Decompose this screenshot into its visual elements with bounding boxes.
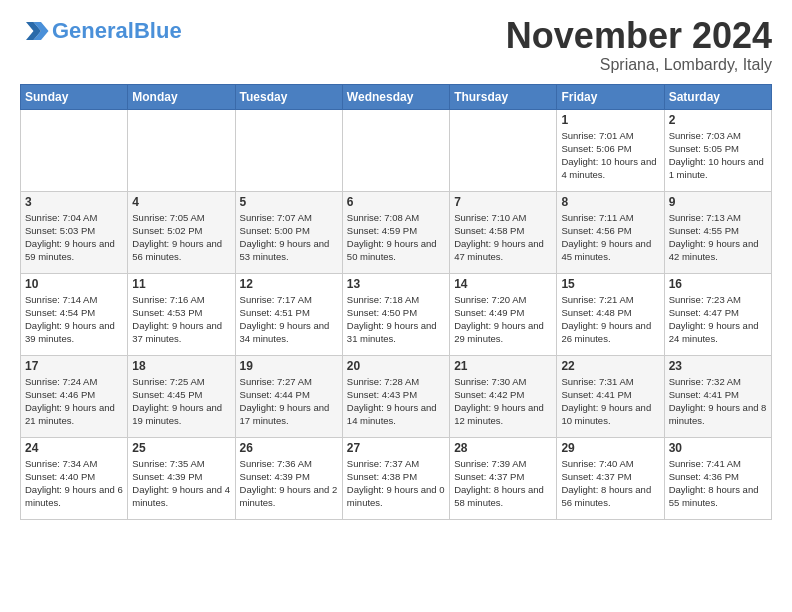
day-info: Sunrise: 7:32 AM Sunset: 4:41 PM Dayligh… bbox=[669, 375, 767, 428]
day-info: Sunrise: 7:39 AM Sunset: 4:37 PM Dayligh… bbox=[454, 457, 552, 510]
calendar-week-row: 24Sunrise: 7:34 AM Sunset: 4:40 PM Dayli… bbox=[21, 437, 772, 519]
dow-header: Sunday bbox=[21, 84, 128, 109]
day-number: 27 bbox=[347, 441, 445, 455]
day-info: Sunrise: 7:27 AM Sunset: 4:44 PM Dayligh… bbox=[240, 375, 338, 428]
day-info: Sunrise: 7:13 AM Sunset: 4:55 PM Dayligh… bbox=[669, 211, 767, 264]
calendar-cell: 15Sunrise: 7:21 AM Sunset: 4:48 PM Dayli… bbox=[557, 273, 664, 355]
calendar-cell: 26Sunrise: 7:36 AM Sunset: 4:39 PM Dayli… bbox=[235, 437, 342, 519]
dow-header: Tuesday bbox=[235, 84, 342, 109]
dow-header: Thursday bbox=[450, 84, 557, 109]
calendar-cell: 20Sunrise: 7:28 AM Sunset: 4:43 PM Dayli… bbox=[342, 355, 449, 437]
logo-text: GeneralBlue bbox=[52, 19, 182, 43]
day-number: 20 bbox=[347, 359, 445, 373]
day-number: 15 bbox=[561, 277, 659, 291]
calendar-cell: 22Sunrise: 7:31 AM Sunset: 4:41 PM Dayli… bbox=[557, 355, 664, 437]
calendar-cell bbox=[342, 109, 449, 191]
day-number: 30 bbox=[669, 441, 767, 455]
day-number: 6 bbox=[347, 195, 445, 209]
calendar-body: 1Sunrise: 7:01 AM Sunset: 5:06 PM Daylig… bbox=[21, 109, 772, 519]
calendar-cell: 24Sunrise: 7:34 AM Sunset: 4:40 PM Dayli… bbox=[21, 437, 128, 519]
calendar-cell: 19Sunrise: 7:27 AM Sunset: 4:44 PM Dayli… bbox=[235, 355, 342, 437]
calendar-cell bbox=[128, 109, 235, 191]
day-number: 3 bbox=[25, 195, 123, 209]
calendar-week-row: 3Sunrise: 7:04 AM Sunset: 5:03 PM Daylig… bbox=[21, 191, 772, 273]
day-number: 2 bbox=[669, 113, 767, 127]
day-info: Sunrise: 7:03 AM Sunset: 5:05 PM Dayligh… bbox=[669, 129, 767, 182]
dow-header: Friday bbox=[557, 84, 664, 109]
calendar-cell: 30Sunrise: 7:41 AM Sunset: 4:36 PM Dayli… bbox=[664, 437, 771, 519]
day-info: Sunrise: 7:34 AM Sunset: 4:40 PM Dayligh… bbox=[25, 457, 123, 510]
month-title: November 2024 bbox=[506, 16, 772, 56]
day-number: 24 bbox=[25, 441, 123, 455]
calendar-cell: 2Sunrise: 7:03 AM Sunset: 5:05 PM Daylig… bbox=[664, 109, 771, 191]
calendar-cell: 10Sunrise: 7:14 AM Sunset: 4:54 PM Dayli… bbox=[21, 273, 128, 355]
day-number: 11 bbox=[132, 277, 230, 291]
calendar-cell: 27Sunrise: 7:37 AM Sunset: 4:38 PM Dayli… bbox=[342, 437, 449, 519]
calendar-cell: 14Sunrise: 7:20 AM Sunset: 4:49 PM Dayli… bbox=[450, 273, 557, 355]
day-number: 25 bbox=[132, 441, 230, 455]
calendar-cell: 3Sunrise: 7:04 AM Sunset: 5:03 PM Daylig… bbox=[21, 191, 128, 273]
day-info: Sunrise: 7:30 AM Sunset: 4:42 PM Dayligh… bbox=[454, 375, 552, 428]
calendar-cell: 6Sunrise: 7:08 AM Sunset: 4:59 PM Daylig… bbox=[342, 191, 449, 273]
day-info: Sunrise: 7:11 AM Sunset: 4:56 PM Dayligh… bbox=[561, 211, 659, 264]
day-info: Sunrise: 7:16 AM Sunset: 4:53 PM Dayligh… bbox=[132, 293, 230, 346]
dow-header: Wednesday bbox=[342, 84, 449, 109]
logo-line1: General bbox=[52, 18, 134, 43]
calendar-week-row: 10Sunrise: 7:14 AM Sunset: 4:54 PM Dayli… bbox=[21, 273, 772, 355]
calendar-week-row: 1Sunrise: 7:01 AM Sunset: 5:06 PM Daylig… bbox=[21, 109, 772, 191]
calendar-cell: 17Sunrise: 7:24 AM Sunset: 4:46 PM Dayli… bbox=[21, 355, 128, 437]
calendar-cell: 29Sunrise: 7:40 AM Sunset: 4:37 PM Dayli… bbox=[557, 437, 664, 519]
day-number: 18 bbox=[132, 359, 230, 373]
day-number: 29 bbox=[561, 441, 659, 455]
calendar-cell: 11Sunrise: 7:16 AM Sunset: 4:53 PM Dayli… bbox=[128, 273, 235, 355]
day-number: 13 bbox=[347, 277, 445, 291]
calendar-cell: 16Sunrise: 7:23 AM Sunset: 4:47 PM Dayli… bbox=[664, 273, 771, 355]
day-info: Sunrise: 7:23 AM Sunset: 4:47 PM Dayligh… bbox=[669, 293, 767, 346]
day-number: 1 bbox=[561, 113, 659, 127]
day-info: Sunrise: 7:24 AM Sunset: 4:46 PM Dayligh… bbox=[25, 375, 123, 428]
day-info: Sunrise: 7:37 AM Sunset: 4:38 PM Dayligh… bbox=[347, 457, 445, 510]
calendar-cell: 8Sunrise: 7:11 AM Sunset: 4:56 PM Daylig… bbox=[557, 191, 664, 273]
day-number: 9 bbox=[669, 195, 767, 209]
logo: GeneralBlue bbox=[20, 16, 182, 46]
calendar-week-row: 17Sunrise: 7:24 AM Sunset: 4:46 PM Dayli… bbox=[21, 355, 772, 437]
day-info: Sunrise: 7:21 AM Sunset: 4:48 PM Dayligh… bbox=[561, 293, 659, 346]
calendar-cell bbox=[450, 109, 557, 191]
calendar-cell bbox=[235, 109, 342, 191]
day-info: Sunrise: 7:35 AM Sunset: 4:39 PM Dayligh… bbox=[132, 457, 230, 510]
day-info: Sunrise: 7:18 AM Sunset: 4:50 PM Dayligh… bbox=[347, 293, 445, 346]
day-number: 12 bbox=[240, 277, 338, 291]
day-info: Sunrise: 7:40 AM Sunset: 4:37 PM Dayligh… bbox=[561, 457, 659, 510]
day-number: 26 bbox=[240, 441, 338, 455]
day-number: 5 bbox=[240, 195, 338, 209]
day-info: Sunrise: 7:01 AM Sunset: 5:06 PM Dayligh… bbox=[561, 129, 659, 182]
day-number: 23 bbox=[669, 359, 767, 373]
calendar-cell: 5Sunrise: 7:07 AM Sunset: 5:00 PM Daylig… bbox=[235, 191, 342, 273]
calendar-cell: 1Sunrise: 7:01 AM Sunset: 5:06 PM Daylig… bbox=[557, 109, 664, 191]
day-number: 17 bbox=[25, 359, 123, 373]
day-info: Sunrise: 7:31 AM Sunset: 4:41 PM Dayligh… bbox=[561, 375, 659, 428]
day-info: Sunrise: 7:14 AM Sunset: 4:54 PM Dayligh… bbox=[25, 293, 123, 346]
calendar-cell: 25Sunrise: 7:35 AM Sunset: 4:39 PM Dayli… bbox=[128, 437, 235, 519]
logo-line2: Blue bbox=[134, 18, 182, 43]
calendar-cell: 28Sunrise: 7:39 AM Sunset: 4:37 PM Dayli… bbox=[450, 437, 557, 519]
header: GeneralBlue November 2024 Spriana, Lomba… bbox=[20, 16, 772, 74]
calendar-cell: 12Sunrise: 7:17 AM Sunset: 4:51 PM Dayli… bbox=[235, 273, 342, 355]
day-info: Sunrise: 7:28 AM Sunset: 4:43 PM Dayligh… bbox=[347, 375, 445, 428]
day-info: Sunrise: 7:04 AM Sunset: 5:03 PM Dayligh… bbox=[25, 211, 123, 264]
day-number: 28 bbox=[454, 441, 552, 455]
calendar-cell: 21Sunrise: 7:30 AM Sunset: 4:42 PM Dayli… bbox=[450, 355, 557, 437]
calendar-cell: 13Sunrise: 7:18 AM Sunset: 4:50 PM Dayli… bbox=[342, 273, 449, 355]
day-info: Sunrise: 7:41 AM Sunset: 4:36 PM Dayligh… bbox=[669, 457, 767, 510]
day-number: 22 bbox=[561, 359, 659, 373]
dow-header: Monday bbox=[128, 84, 235, 109]
day-info: Sunrise: 7:07 AM Sunset: 5:00 PM Dayligh… bbox=[240, 211, 338, 264]
day-info: Sunrise: 7:25 AM Sunset: 4:45 PM Dayligh… bbox=[132, 375, 230, 428]
day-info: Sunrise: 7:36 AM Sunset: 4:39 PM Dayligh… bbox=[240, 457, 338, 510]
page: GeneralBlue November 2024 Spriana, Lomba… bbox=[0, 0, 792, 530]
calendar-cell: 7Sunrise: 7:10 AM Sunset: 4:58 PM Daylig… bbox=[450, 191, 557, 273]
calendar-cell: 4Sunrise: 7:05 AM Sunset: 5:02 PM Daylig… bbox=[128, 191, 235, 273]
title-block: November 2024 Spriana, Lombardy, Italy bbox=[506, 16, 772, 74]
day-info: Sunrise: 7:20 AM Sunset: 4:49 PM Dayligh… bbox=[454, 293, 552, 346]
day-number: 14 bbox=[454, 277, 552, 291]
